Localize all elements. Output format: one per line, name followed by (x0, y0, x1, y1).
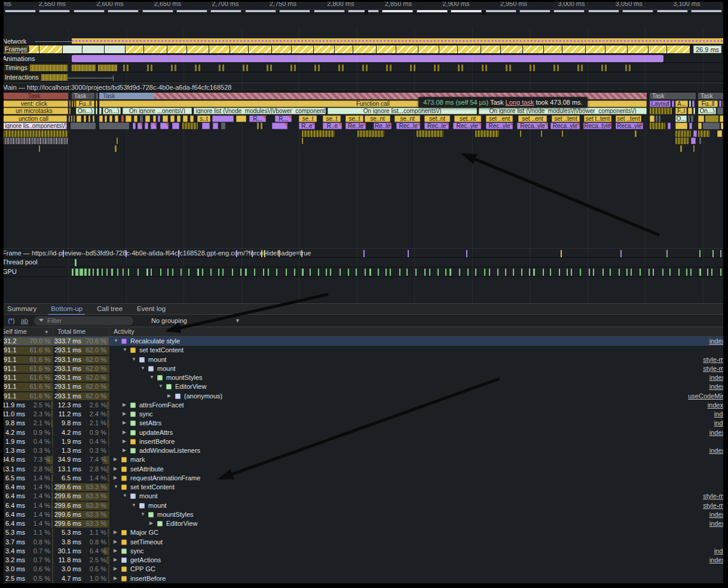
gpu-activity-tick[interactable] (720, 269, 721, 276)
frame-event-tick[interactable] (712, 250, 714, 257)
gpu-activity-tick[interactable] (631, 269, 632, 276)
flame-bar[interactable] (635, 130, 637, 137)
flame-bar[interactable] (680, 145, 682, 152)
flame-bar[interactable] (115, 145, 117, 152)
timing-mark[interactable] (246, 65, 248, 71)
flame-bar[interactable] (357, 130, 384, 137)
flame-bar[interactable] (272, 123, 287, 129)
flame-bar[interactable] (703, 123, 720, 129)
track-thread-pool[interactable]: Thread pool (0, 258, 728, 267)
frame-segment[interactable] (105, 45, 125, 53)
column-self-time[interactable]: Self time ▼ (1, 328, 49, 335)
flame-bar[interactable]: vent: click (0, 100, 68, 107)
frame-segment[interactable] (544, 45, 562, 53)
flame-bar[interactable] (221, 123, 225, 129)
timing-mark[interactable] (390, 65, 391, 71)
twisty-icon[interactable]: ▼ (123, 347, 127, 352)
flame-bar[interactable]: On...) (76, 108, 94, 114)
timing-mark[interactable] (123, 65, 125, 71)
activity-name[interactable]: mountStyles (166, 374, 203, 381)
gpu-activity-tick[interactable] (210, 269, 212, 276)
activity-name[interactable]: setTimeout (130, 538, 163, 546)
flame-bar[interactable] (698, 115, 704, 122)
twisty-icon[interactable]: ▶ (123, 438, 126, 444)
timing-mark[interactable] (533, 65, 535, 71)
gpu-activity-tick[interactable] (84, 269, 87, 276)
gpu-activity-tick[interactable] (151, 269, 152, 276)
frame-segment[interactable] (335, 45, 353, 53)
flame-bar[interactable]: s..t (197, 115, 210, 122)
flame-bar[interactable]: Task (0, 93, 68, 99)
column-total-time[interactable]: Total time (57, 328, 85, 335)
flame-bar[interactable] (236, 115, 246, 122)
gpu-activity-tick[interactable] (197, 269, 199, 276)
tab-call-tree[interactable]: Call tree (90, 304, 130, 315)
flame-bar[interactable] (302, 130, 335, 137)
flame-bar[interactable] (115, 115, 118, 122)
flame-bar[interactable]: Reca..yle (616, 123, 643, 129)
timing-mark[interactable] (175, 65, 176, 71)
timing-mark[interactable] (98, 65, 117, 71)
flame-bar[interactable] (693, 108, 695, 114)
twisty-icon[interactable]: ▶ (114, 575, 117, 581)
gpu-activity-tick[interactable] (286, 269, 287, 276)
flame-bar[interactable] (656, 115, 657, 122)
twisty-icon[interactable]: ▼ (114, 484, 118, 489)
gpu-activity-tick[interactable] (339, 269, 341, 276)
gpu-activity-tick[interactable] (268, 269, 269, 276)
gpu-activity-tick[interactable] (348, 269, 349, 276)
flame-bar[interactable]: Fu..ll (76, 100, 94, 107)
frame-segment[interactable] (144, 45, 167, 53)
gpu-activity-tick[interactable] (369, 269, 371, 276)
twisty-icon[interactable]: ▶ (167, 393, 171, 398)
frame-segment[interactable] (187, 45, 209, 53)
flame-bar[interactable]: Re..le (345, 123, 366, 129)
activity-name[interactable]: updateAttrs (139, 429, 173, 436)
activity-name[interactable]: set textContent (130, 483, 175, 490)
gpu-activity-tick[interactable] (513, 269, 514, 276)
gpu-activity-tick[interactable] (543, 269, 544, 276)
track-main-header[interactable]: Main — http://localhost:3000/projects/bd… (0, 83, 728, 92)
flame-bar[interactable]: n ignore lis..omponents\/) (0, 123, 67, 129)
flame-bar[interactable] (475, 130, 499, 137)
flame-bar[interactable] (84, 115, 86, 122)
gpu-activity-tick[interactable] (690, 269, 692, 276)
gpu-activity-tick[interactable] (699, 269, 701, 276)
gpu-activity-tick[interactable] (318, 269, 319, 276)
gpu-activity-tick[interactable] (521, 269, 522, 276)
thread-pool-tick[interactable] (75, 259, 77, 266)
timing-mark[interactable] (342, 65, 344, 71)
gpu-activity-tick[interactable] (188, 269, 189, 276)
flame-bar[interactable] (160, 123, 169, 129)
gpu-activity-tick[interactable] (571, 269, 572, 276)
flame-bar[interactable]: On...) (698, 108, 716, 114)
flame-bar[interactable] (541, 130, 542, 137)
flame-bar[interactable]: set ..ent (518, 115, 547, 122)
gpu-activity-tick[interactable] (406, 269, 408, 276)
gpu-activity-tick[interactable] (593, 269, 594, 276)
timing-mark[interactable] (577, 65, 579, 71)
flame-bar[interactable] (133, 123, 136, 129)
flame-bar[interactable] (153, 115, 156, 122)
flame-bar[interactable] (145, 115, 150, 122)
track-interactions[interactable]: Interactions (0, 73, 728, 82)
frame-event-tick[interactable] (620, 250, 622, 257)
flame-bar[interactable] (650, 115, 654, 122)
flame-bar[interactable]: Reca..tyle (583, 123, 611, 129)
activity-name[interactable]: addWindowListeners (139, 447, 200, 454)
timing-mark[interactable] (151, 65, 152, 71)
frame-segment[interactable] (209, 45, 230, 53)
frame-segment[interactable] (39, 45, 62, 53)
grouping-dropdown[interactable]: No grouping ▼ (151, 317, 240, 324)
activity-name[interactable]: mount (148, 502, 167, 509)
track-network[interactable]: Network (0, 37, 728, 45)
flame-bar[interactable] (39, 145, 40, 152)
timing-mark[interactable] (434, 65, 436, 71)
flame-bar[interactable]: On ignore list (\/node_modules\/|\/bower… (479, 108, 647, 114)
flame-bar[interactable]: set ..tent (616, 115, 641, 122)
activity-name[interactable]: Major GC (130, 529, 158, 536)
flame-bar[interactable] (140, 115, 143, 122)
flame-bar[interactable] (689, 100, 691, 107)
flame-bar[interactable] (675, 123, 687, 129)
timing-mark[interactable] (553, 65, 555, 71)
